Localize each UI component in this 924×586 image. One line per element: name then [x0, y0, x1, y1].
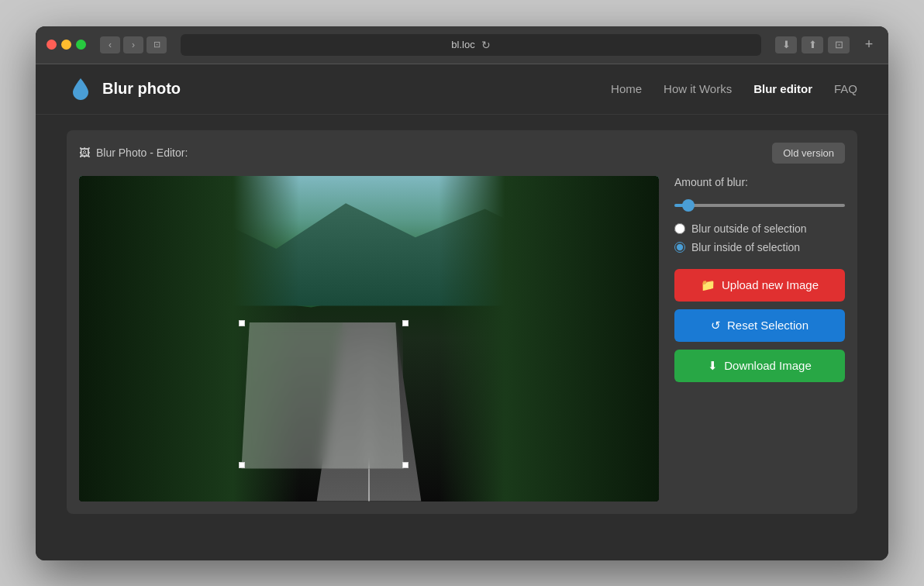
traffic-light-close[interactable] — [47, 40, 57, 50]
download-image-button[interactable]: ⬇ Download Image — [674, 350, 845, 382]
radio-outside-label: Blur outside of selection — [691, 222, 807, 235]
old-version-button[interactable]: Old version — [772, 143, 845, 164]
traffic-light-maximize[interactable] — [76, 40, 86, 50]
radio-inside-label: Blur inside of selection — [691, 241, 800, 253]
blur-slider[interactable] — [674, 204, 845, 207]
selection-overlay[interactable] — [241, 322, 403, 469]
upload-label: Upload new Image — [722, 278, 819, 291]
upload-icon: 📁 — [701, 278, 715, 292]
app-header: Blur photo Home How it Works Blur editor… — [36, 64, 888, 115]
action-buttons: 📁 Upload new Image ↺ Reset Selection ⬇ D… — [674, 269, 845, 382]
traffic-light-minimize[interactable] — [61, 40, 71, 50]
app-logo: Blur photo — [67, 75, 181, 103]
url-text: bl.loc — [451, 39, 474, 50]
reader-view-button[interactable]: ⊡ — [828, 36, 850, 53]
nav-home[interactable]: Home — [611, 82, 642, 95]
download-label: Download Image — [724, 359, 812, 372]
nav-faq[interactable]: FAQ — [834, 82, 857, 95]
nav-blur-editor[interactable]: Blur editor — [753, 82, 812, 95]
reset-selection-button[interactable]: ↺ Reset Selection — [674, 309, 845, 342]
scene — [79, 176, 659, 502]
blur-slider-container — [674, 196, 845, 210]
radio-blur-inside[interactable]: Blur inside of selection — [674, 241, 845, 253]
traffic-lights — [47, 40, 86, 50]
handle-top-left[interactable] — [239, 320, 245, 326]
handle-bottom-right[interactable] — [402, 462, 409, 468]
browser-titlebar: ‹ › ⊡ bl.loc ↻ ⬇ ⬆ ⊡ + — [36, 26, 888, 64]
browser-actions: ⬇ ⬆ ⊡ — [775, 36, 850, 53]
radio-outside-input[interactable] — [674, 223, 685, 234]
address-bar[interactable]: bl.loc ↻ — [181, 34, 761, 56]
new-tab-button[interactable]: + — [860, 36, 877, 53]
reset-icon: ↺ — [711, 319, 721, 333]
nav-how-it-works[interactable]: How it Works — [664, 82, 732, 95]
download-manager-button[interactable]: ⬇ — [775, 36, 797, 53]
canvas-image[interactable] — [79, 176, 659, 502]
forward-button[interactable]: › — [123, 36, 143, 53]
editor-title: 🖼 Blur Photo - Editor: — [79, 146, 188, 159]
app-nav: Home How it Works Blur editor FAQ — [611, 82, 857, 95]
tab-view-button[interactable]: ⊡ — [147, 36, 167, 53]
back-button[interactable]: ‹ — [100, 36, 120, 53]
reset-label: Reset Selection — [727, 319, 808, 332]
editor-container: 🖼 Blur Photo - Editor: Old version — [67, 130, 857, 514]
app-name: Blur photo — [102, 80, 181, 98]
share-button[interactable]: ⬆ — [802, 36, 823, 53]
browser-window: ‹ › ⊡ bl.loc ↻ ⬇ ⬆ ⊡ + Blur photo Home — [36, 26, 888, 560]
blur-mode-radio-group: Blur outside of selection Blur inside of… — [674, 222, 845, 253]
download-icon: ⬇ — [708, 359, 718, 373]
editor-title-text: Blur Photo - Editor: — [96, 146, 188, 159]
handle-top-right[interactable] — [402, 320, 409, 326]
canvas-area[interactable] — [79, 176, 659, 502]
radio-inside-input[interactable] — [674, 242, 685, 253]
editor-header: 🖼 Blur Photo - Editor: Old version — [79, 143, 845, 164]
browser-nav: ‹ › ⊡ — [100, 36, 167, 53]
scene-trees-right — [439, 176, 659, 502]
handle-bottom-left[interactable] — [239, 462, 245, 468]
blur-amount-label: Amount of blur: — [674, 176, 845, 188]
upload-image-button[interactable]: 📁 Upload new Image — [674, 269, 845, 302]
editor-body: Amount of blur: Blur outside of selectio… — [79, 176, 845, 502]
controls-panel: Amount of blur: Blur outside of selectio… — [674, 176, 845, 382]
logo-icon — [67, 75, 95, 103]
refresh-icon[interactable]: ↻ — [481, 39, 491, 51]
photo-icon: 🖼 — [79, 146, 90, 159]
page-content: Blur photo Home How it Works Blur editor… — [36, 64, 888, 560]
radio-blur-outside[interactable]: Blur outside of selection — [674, 222, 845, 235]
